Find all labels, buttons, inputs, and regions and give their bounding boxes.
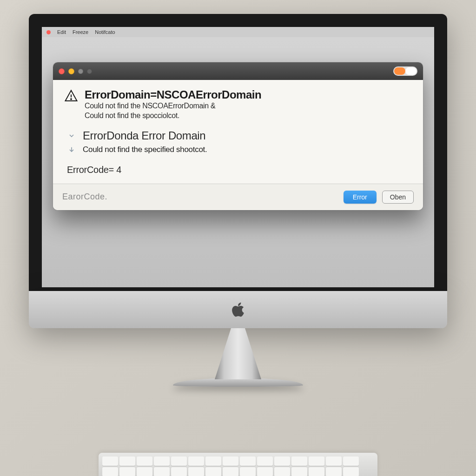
keyboard-key xyxy=(291,467,307,476)
keyboard-key xyxy=(223,456,238,466)
keyboard-key xyxy=(102,467,118,476)
keyboard-key xyxy=(137,467,152,476)
keyboard xyxy=(99,453,377,476)
monitor-stand-base xyxy=(173,378,303,387)
screen: Edit Freeze Notifcato xyxy=(42,27,434,287)
arrow-down-icon xyxy=(67,145,76,154)
error-dialog: ErrorDomain=NSCOAErrorDomain Could not f… xyxy=(53,62,423,210)
keyboard-key xyxy=(240,467,256,476)
error-section-2: ErrorDonda Error Domain Could not find t… xyxy=(64,129,412,154)
keyboard-key xyxy=(291,456,307,466)
keyboard-key xyxy=(257,456,273,466)
keyboard-key xyxy=(274,456,290,466)
error-message: Could not find the specified shootcot. xyxy=(83,145,207,154)
error-subtext-2: Could not find the spocciolcot. xyxy=(85,111,261,121)
error-button[interactable]: Error xyxy=(344,191,377,204)
footer-buttons: Error Oben xyxy=(344,191,414,204)
keyboard-key xyxy=(119,456,135,466)
menu-item[interactable]: Edit xyxy=(57,29,66,35)
menu-items: Edit Freeze Notifcato xyxy=(57,29,115,35)
window-control-dot[interactable] xyxy=(87,69,92,74)
apple-logo-icon xyxy=(231,301,245,318)
keyboard-key xyxy=(257,467,273,476)
indicator-dot xyxy=(46,30,51,34)
error-code: ErrorCode= 4 xyxy=(64,165,412,184)
toggle-switch[interactable] xyxy=(393,66,417,76)
minimize-icon[interactable] xyxy=(68,68,74,74)
keyboard-key xyxy=(154,467,170,476)
dialog-titlebar xyxy=(53,62,423,80)
dialog-footer: EarorCode. Error Oben xyxy=(53,184,423,210)
keyboard-key xyxy=(205,456,221,466)
keyboard-key xyxy=(102,456,118,466)
toggle-on xyxy=(394,67,405,75)
keyboard-key xyxy=(274,467,290,476)
keyboard-key xyxy=(309,456,324,466)
monitor-chin xyxy=(29,291,447,328)
keyboard-key xyxy=(205,467,221,476)
error-title: ErrorDomain=NSCOAErrorDomain xyxy=(85,88,261,101)
keyboard-key xyxy=(119,467,135,476)
warning-icon xyxy=(64,89,78,103)
keyboard-key xyxy=(188,467,204,476)
error-subtext-1: Could not find the NSCOAErrorDomain & xyxy=(85,101,261,111)
imac-monitor: Edit Freeze Notifcato xyxy=(29,14,447,387)
chevron-down-icon xyxy=(67,131,76,140)
keyboard-key xyxy=(240,456,256,466)
toggle-off xyxy=(405,67,416,75)
error-domain-label: ErrorDonda Error Domain xyxy=(83,129,205,142)
svg-point-1 xyxy=(71,99,72,99)
menu-item[interactable]: Notifcato xyxy=(95,29,115,35)
scene: Edit Freeze Notifcato xyxy=(0,0,476,476)
macos-menubar: Edit Freeze Notifcato xyxy=(42,27,434,37)
menubar-indicators xyxy=(46,30,51,34)
monitor-bezel: Edit Freeze Notifcato xyxy=(29,14,447,291)
window-control-dot[interactable] xyxy=(78,69,83,74)
keyboard-key xyxy=(343,467,359,476)
keyboard-key xyxy=(343,456,359,466)
keyboard-key xyxy=(154,456,170,466)
keyboard-key xyxy=(171,456,187,466)
monitor-stand-neck xyxy=(215,328,261,379)
keyboard-key xyxy=(326,456,342,466)
window-controls xyxy=(59,68,92,74)
keyboard-key xyxy=(326,467,342,476)
keyboard-key xyxy=(171,467,187,476)
menu-item[interactable]: Freeze xyxy=(73,29,88,35)
footer-errorcode-label: EarorCode. xyxy=(62,192,107,202)
open-button[interactable]: Oben xyxy=(382,191,414,204)
keyboard-key xyxy=(137,456,152,466)
keyboard-key xyxy=(223,467,238,476)
close-icon[interactable] xyxy=(59,68,65,74)
dialog-body: ErrorDomain=NSCOAErrorDomain Could not f… xyxy=(53,80,423,184)
error-heading-block: ErrorDomain=NSCOAErrorDomain Could not f… xyxy=(85,88,261,121)
keyboard-key xyxy=(188,456,204,466)
keyboard-key xyxy=(309,467,324,476)
